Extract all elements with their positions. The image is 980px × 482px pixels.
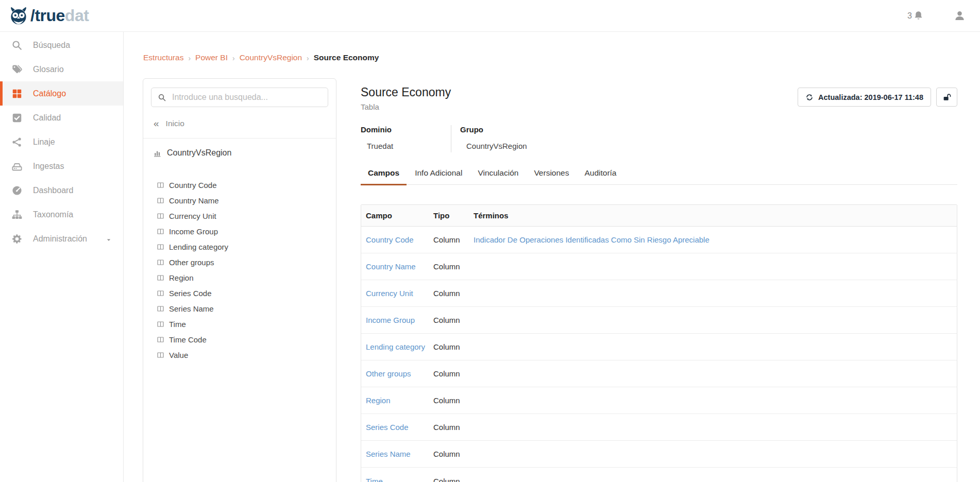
refresh-updated-button[interactable]: Actualizada: 2019-06-17 11:48 — [798, 88, 931, 107]
sidebar-item-busqueda[interactable]: Búsqueda — [0, 33, 123, 57]
sidebar-item-label: Búsqueda — [33, 41, 70, 50]
field-cell: Series Code — [361, 423, 433, 432]
tab-auditoria[interactable]: Auditoría — [577, 168, 623, 184]
field-cell: Series Name — [361, 450, 433, 458]
field-item-country-name[interactable]: Country Name — [143, 193, 336, 208]
breadcrumb-link-estructuras[interactable]: Estructuras — [143, 53, 183, 62]
user-menu-button[interactable] — [954, 10, 966, 22]
table-row-series-code: Series CodeColumn — [361, 414, 957, 441]
logo-wordmark: /truedat — [30, 6, 89, 25]
field-item-label: Region — [169, 273, 194, 282]
sidebar-item-taxonomia[interactable]: Taxonomía — [0, 202, 123, 227]
type-cell: Column — [433, 396, 474, 405]
field-item-label: Lending category — [169, 243, 228, 251]
search-input[interactable] — [172, 93, 322, 102]
back-to-home[interactable]: « Inicio — [154, 119, 184, 128]
field-list: Country CodeCountry NameCurrency UnitInc… — [143, 177, 336, 363]
field-item-label: Value — [169, 351, 188, 359]
field-link-income-group[interactable]: Income Group — [366, 316, 415, 324]
sidebar-item-ingestas[interactable]: Ingestas — [0, 154, 123, 178]
field-item-value[interactable]: Value — [143, 347, 336, 363]
field-item-time-code[interactable]: Time Code — [143, 332, 336, 347]
field-cell: Currency Unit — [361, 289, 433, 298]
field-link-country-code[interactable]: Country Code — [366, 235, 414, 244]
sidebar-item-label: Linaje — [33, 137, 55, 147]
notifications-button[interactable]: 3 — [907, 10, 924, 21]
field-link-time[interactable]: Time — [366, 477, 383, 482]
user-icon — [954, 10, 966, 22]
breadcrumb-separator: › — [307, 54, 309, 62]
columns-icon — [157, 274, 164, 282]
field-link-region[interactable]: Region — [366, 396, 391, 405]
field-cell: Time — [361, 477, 433, 482]
tab-info-adicional[interactable]: Info Adicional — [408, 168, 469, 184]
updated-label: Actualizada: 2019-06-17 11:48 — [818, 93, 923, 101]
share-icon — [11, 136, 23, 148]
page-subtitle: Tabla — [361, 102, 451, 111]
table-row-currency-unit: Currency UnitColumn — [361, 280, 957, 307]
field-item-other-groups[interactable]: Other groups — [143, 254, 336, 270]
sidebar-item-label: Administración — [33, 234, 87, 244]
sidebar-item-administracion[interactable]: Administración — [0, 227, 123, 251]
type-cell: Column — [433, 450, 474, 458]
field-item-series-code[interactable]: Series Code — [143, 285, 336, 301]
meta-group: Grupo CountryVsRegion — [451, 125, 527, 152]
refresh-icon — [805, 93, 814, 101]
sidebar-item-label: Catálogo — [33, 89, 66, 98]
fields-table: CampoTipoTérminosCountry CodeColumnIndic… — [361, 204, 957, 482]
grid-icon — [11, 88, 23, 99]
breadcrumb-link-countryvsregion[interactable]: CountryVsRegion — [240, 53, 302, 62]
type-cell: Column — [433, 423, 474, 432]
field-link-series-code[interactable]: Series Code — [366, 423, 409, 432]
breadcrumb-current: Source Economy — [314, 53, 379, 62]
term-link[interactable]: Indicador De Operaciones Identificadas C… — [474, 235, 709, 244]
tab-vinculacion[interactable]: Vinculación — [470, 168, 526, 184]
field-item-region[interactable]: Region — [143, 270, 336, 285]
field-item-label: Time Code — [169, 335, 207, 344]
confidential-toggle-button[interactable] — [936, 88, 957, 107]
group-label: Grupo — [460, 125, 527, 134]
column-header-terminos: Términos — [474, 211, 957, 220]
field-cell: Country Code — [361, 235, 433, 244]
tab-campos[interactable]: Campos — [361, 168, 407, 184]
sidebar-nav: BúsquedaGlosarioCatálogoCalidadLinajeIng… — [0, 32, 124, 482]
sidebar-item-dashboard[interactable]: Dashboard — [0, 178, 123, 202]
field-item-income-group[interactable]: Income Group — [143, 223, 336, 239]
breadcrumb-separator: › — [188, 54, 191, 62]
field-item-time[interactable]: Time — [143, 316, 336, 332]
field-link-series-name[interactable]: Series Name — [366, 450, 411, 458]
structure-parent-item[interactable]: CountryVsRegion — [153, 148, 231, 158]
columns-icon — [157, 289, 164, 297]
sidebar-item-label: Ingestas — [33, 162, 64, 171]
truedat-logo[interactable]: /truedat — [8, 6, 89, 26]
title-block: Source Economy Tabla — [361, 85, 451, 111]
field-cell: Lending category — [361, 342, 433, 351]
gauge-icon — [11, 185, 23, 196]
notification-count: 3 — [907, 11, 912, 21]
field-link-currency-unit[interactable]: Currency Unit — [366, 289, 413, 298]
field-link-lending-category[interactable]: Lending category — [366, 342, 425, 351]
columns-icon — [157, 197, 164, 204]
structure-search-box — [151, 88, 328, 107]
tab-versiones[interactable]: Versiones — [527, 168, 576, 184]
sidebar-item-catalogo[interactable]: Catálogo — [0, 81, 123, 106]
field-item-label: Time — [169, 320, 186, 329]
type-cell: Column — [433, 369, 474, 378]
sidebar-item-linaje[interactable]: Linaje — [0, 130, 123, 154]
sidebar-item-glosario[interactable]: Glosario — [0, 57, 123, 81]
field-link-country-name[interactable]: Country Name — [366, 262, 416, 271]
breadcrumb-link-power-bi[interactable]: Power BI — [195, 53, 228, 62]
sidebar-item-calidad[interactable]: Calidad — [0, 106, 123, 130]
header-actions: Actualizada: 2019-06-17 11:48 — [798, 88, 957, 107]
columns-icon — [157, 181, 164, 189]
field-link-other-groups[interactable]: Other groups — [366, 369, 411, 378]
field-item-series-name[interactable]: Series Name — [143, 301, 336, 316]
terms-cell: Indicador De Operaciones Identificadas C… — [474, 235, 957, 244]
field-item-lending-category[interactable]: Lending category — [143, 239, 336, 254]
search-icon — [11, 40, 23, 51]
field-item-country-code[interactable]: Country Code — [143, 177, 336, 193]
field-item-currency-unit[interactable]: Currency Unit — [143, 208, 336, 223]
gear-icon — [11, 233, 23, 245]
table-row-other-groups: Other groupsColumn — [361, 360, 957, 387]
chevrons-left-icon: « — [154, 118, 159, 128]
